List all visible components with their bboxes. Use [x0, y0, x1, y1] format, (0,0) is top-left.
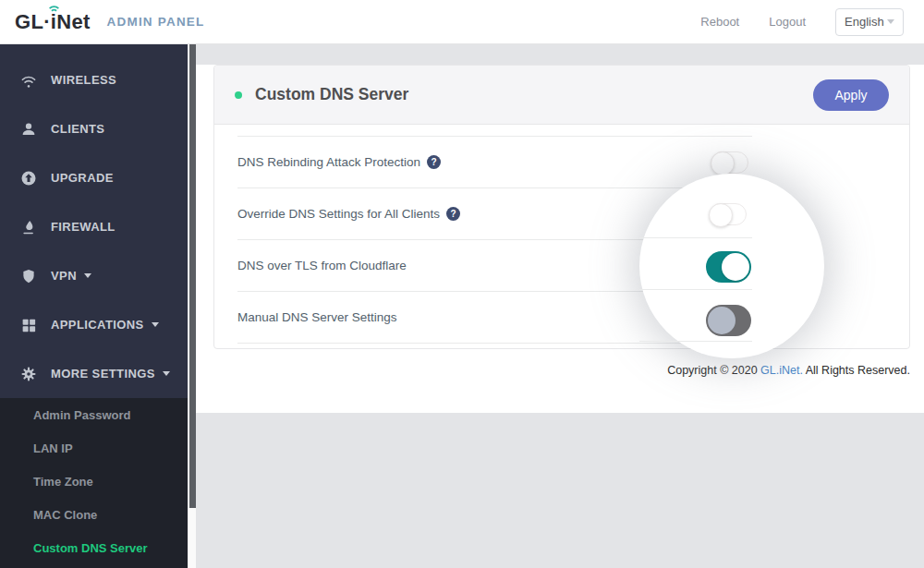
- sidebar-item-firewall[interactable]: FIREWALL: [0, 202, 188, 251]
- vpn-shield-icon: [20, 268, 37, 284]
- reboot-link[interactable]: Reboot: [700, 15, 739, 29]
- toggle-manual-dns-magnified[interactable]: [706, 305, 751, 336]
- row-divider: [639, 341, 752, 342]
- logo-text-left: GL·: [15, 10, 51, 34]
- status-dot: [235, 91, 242, 99]
- language-selected-value: English: [845, 15, 884, 29]
- submenu-item-admin-password[interactable]: Admin Password: [0, 399, 188, 432]
- setting-label: DNS Rebinding Attack Protection ?: [237, 155, 441, 169]
- row-divider: [639, 289, 752, 290]
- firewall-icon: [20, 219, 37, 236]
- card-header: Custom DNS Server Apply: [214, 66, 909, 125]
- card-body: DNS Rebinding Attack Protection ? Overri…: [214, 125, 909, 348]
- copyright-notice: Copyright © 2020 GL.iNet. All Rights Res…: [196, 364, 910, 377]
- copyright-text: All Rights Reserved.: [803, 364, 910, 377]
- sidebar-nav: WIRELESS CLIENTS UPGRADE FIREWALL VPN: [0, 44, 188, 398]
- help-icon[interactable]: ?: [446, 207, 460, 221]
- caret-down-icon: [163, 371, 170, 376]
- toggle-dns-over-tls-magnified[interactable]: [706, 251, 751, 283]
- setting-label: Manual DNS Server Settings: [237, 310, 397, 324]
- setting-row-dns-rebinding: DNS Rebinding Attack Protection ?: [237, 137, 752, 188]
- copyright-text: Copyright © 2020: [667, 364, 760, 377]
- submenu-item-time-zone[interactable]: Time Zone: [0, 465, 188, 499]
- language-select[interactable]: English: [835, 8, 904, 36]
- submenu-item-lan-ip[interactable]: LAN IP: [0, 432, 188, 465]
- sidebar-item-label: VPN: [51, 269, 77, 283]
- upgrade-icon: [20, 170, 37, 187]
- chevron-down-icon: [887, 19, 894, 24]
- setting-label: DNS over TLS from Cloudflare: [237, 259, 407, 272]
- sidebar-item-more-settings[interactable]: MORE SETTINGS: [0, 349, 188, 398]
- toggle-override-dns-magnified[interactable]: [710, 203, 747, 225]
- logo-text-right: iNet: [51, 10, 91, 33]
- wifi-icon: [20, 72, 37, 89]
- custom-dns-server-card: Custom DNS Server Apply DNS Rebinding At…: [213, 65, 910, 349]
- brand: GL·iNet ADMIN PANEL: [15, 10, 205, 34]
- glinet-link[interactable]: GL.iNet.: [760, 364, 803, 377]
- submenu-item-custom-dns-server[interactable]: Custom DNS Server: [0, 532, 188, 565]
- scrollbar-thumb[interactable]: [189, 44, 196, 508]
- sidebar-item-clients[interactable]: CLIENTS: [0, 104, 188, 153]
- sidebar-item-wireless[interactable]: WIRELESS: [0, 55, 188, 104]
- main-content: Custom DNS Server Apply DNS Rebinding At…: [196, 44, 924, 568]
- clients-icon: [20, 121, 37, 138]
- setting-label: Override DNS Settings for All Clients ?: [237, 207, 460, 221]
- submenu-item-mac-clone[interactable]: MAC Clone: [0, 499, 188, 532]
- top-bar: GL·iNet ADMIN PANEL Reboot Logout Englis…: [0, 0, 924, 44]
- sidebar-item-label: APPLICATIONS: [51, 318, 144, 332]
- apply-button[interactable]: Apply: [813, 79, 889, 111]
- page-title: Custom DNS Server: [255, 85, 408, 104]
- help-icon[interactable]: ?: [427, 155, 441, 169]
- sidebar-item-vpn[interactable]: VPN: [0, 251, 188, 300]
- caret-down-icon: [84, 273, 91, 278]
- sidebar-item-label: FIREWALL: [51, 220, 116, 234]
- wifi-logo-icon: [48, 4, 60, 12]
- gear-icon: [20, 366, 37, 382]
- sidebar-item-label: WIRELESS: [51, 73, 116, 87]
- sidebar-item-label: MORE SETTINGS: [51, 367, 155, 381]
- admin-panel-title: ADMIN PANEL: [107, 15, 205, 29]
- sidebar-scrollbar[interactable]: [188, 44, 196, 568]
- admin-panel-page: GL·iNet ADMIN PANEL Reboot Logout Englis…: [0, 0, 924, 568]
- sidebar-item-applications[interactable]: APPLICATIONS: [0, 300, 188, 349]
- truncated-row-divider: [237, 125, 752, 137]
- sidebar-item-label: CLIENTS: [51, 122, 104, 136]
- more-settings-submenu: Admin Password LAN IP Time Zone MAC Clon…: [0, 398, 188, 568]
- glinet-logo: GL·iNet: [15, 10, 91, 34]
- top-actions: Reboot Logout English: [700, 8, 904, 36]
- toggle-dns-rebinding[interactable]: [711, 151, 748, 174]
- magnifier-highlight-circle: [639, 174, 824, 358]
- logout-link[interactable]: Logout: [769, 15, 806, 29]
- sidebar-item-upgrade[interactable]: UPGRADE: [0, 153, 188, 202]
- sidebar-item-label: UPGRADE: [51, 171, 114, 185]
- sidebar: WIRELESS CLIENTS UPGRADE FIREWALL VPN: [0, 44, 188, 568]
- applications-grid-icon: [20, 317, 37, 333]
- row-divider: [639, 237, 752, 238]
- caret-down-icon: [152, 322, 159, 327]
